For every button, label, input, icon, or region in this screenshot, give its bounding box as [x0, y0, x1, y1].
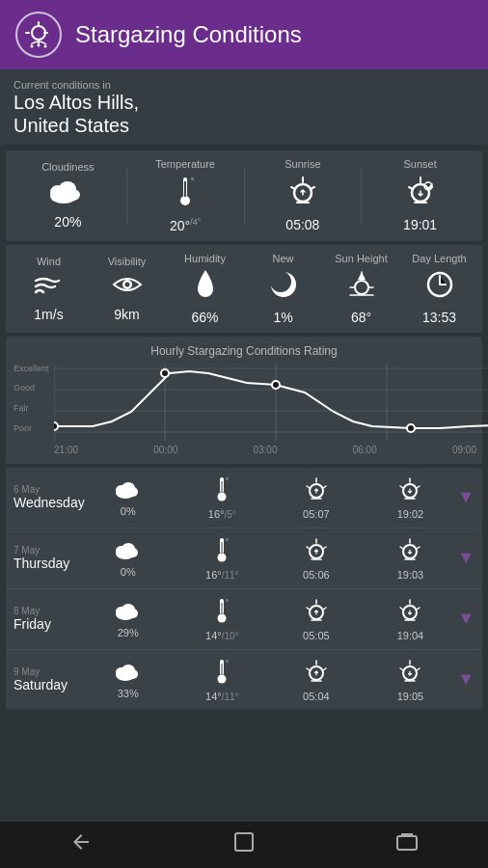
forecast-section: 6 May Wednesday 0% ° 16°/5° 05:07 19:02: [6, 468, 482, 710]
svg-point-50: [218, 553, 227, 561]
forecast-temp-0: ° 16°/5°: [176, 475, 270, 520]
forecast-cloud-3: 33%: [81, 661, 176, 699]
cloud-icon: [48, 176, 87, 210]
svg-text:°: °: [226, 538, 229, 545]
svg-point-9: [180, 196, 190, 205]
svg-point-60: [218, 613, 227, 622]
sunrise-icon: [285, 174, 320, 213]
chart-svg: [54, 364, 488, 441]
humidity-icon: [194, 268, 217, 306]
forecast-row-2[interactable]: 8 May Friday 29% ° 14°/10° 05:05 19:04: [6, 589, 482, 650]
y-label-good: Good: [14, 383, 49, 393]
x-label-0600: 06:00: [353, 445, 377, 455]
svg-point-2: [38, 44, 41, 47]
forecast-date-0: 6 May Wednesday: [14, 484, 81, 510]
daylength-icon: [424, 268, 455, 306]
svg-point-18: [270, 271, 291, 292]
svg-point-40: [218, 492, 227, 501]
svg-rect-76: [397, 836, 417, 850]
condition-sunset: Sunset 19:01: [362, 158, 478, 232]
forecast-sunrise-2: 05:05: [269, 597, 364, 641]
svg-point-7: [67, 189, 80, 201]
condition-humidity: Humidity 66%: [166, 253, 244, 325]
app-title: Stargazing Conditions: [75, 21, 302, 48]
svg-point-38: [128, 487, 138, 497]
svg-rect-71: [222, 664, 223, 675]
chart-title: Hourly Stargazing Conditions Rating: [12, 344, 476, 358]
forecast-temp-3: ° 14°/11°: [176, 658, 270, 702]
svg-text:°: °: [226, 660, 229, 666]
forecast-expand-1[interactable]: ▼: [457, 548, 474, 568]
nav-home-button[interactable]: [232, 830, 256, 859]
chart-area: Excellent Good Fair Poor: [12, 364, 476, 460]
sunheight-icon: [346, 268, 377, 306]
y-label-poor: Poor: [14, 423, 49, 433]
forecast-sunset-icon-3: [396, 658, 423, 689]
svg-rect-10: [184, 181, 186, 197]
chart-section: Hourly Stargazing Conditions Rating Exce…: [6, 337, 482, 464]
condition-sunheight: Sun Height 68°: [322, 253, 400, 325]
forecast-sunset-3: 19:05: [364, 658, 458, 702]
forecast-cloud-icon-2: [115, 600, 142, 625]
y-label-excellent: Excellent: [14, 364, 49, 373]
nav-back-button[interactable]: [69, 830, 93, 859]
stargazing-icon: [15, 12, 62, 58]
x-label-0000: 00:00: [153, 445, 177, 455]
nav-recents-button[interactable]: [395, 830, 419, 859]
forecast-cloud-icon-1: [115, 539, 142, 564]
thermometer-icon: °: [174, 174, 197, 213]
forecast-cloud-icon-3: [115, 661, 142, 686]
svg-point-68: [128, 669, 138, 679]
condition-cloudiness: Cloudiness 20%: [10, 161, 126, 230]
forecast-sunrise-icon-2: [303, 597, 330, 628]
condition-sunrise: Sunrise 05:08: [245, 158, 362, 232]
svg-point-70: [218, 674, 227, 683]
x-label-0900: 09:00: [452, 445, 476, 455]
forecast-expand-3[interactable]: ▼: [457, 669, 474, 690]
forecast-sunset-1: 19:03: [364, 536, 458, 581]
forecast-sunrise-0: 05:07: [269, 475, 364, 520]
forecast-row-0[interactable]: 6 May Wednesday 0% ° 16°/5° 05:07 19:02: [6, 468, 482, 529]
y-label-fair: Fair: [14, 403, 49, 413]
forecast-date-2: 8 May Friday: [14, 606, 81, 632]
wind-icon: [34, 271, 65, 303]
location-label: Current conditions in: [14, 79, 474, 91]
forecast-cloud-0: 0%: [81, 478, 176, 517]
forecast-sunrise-icon-0: [303, 475, 330, 506]
moon-icon: [269, 268, 298, 306]
forecast-sunset-icon-0: [396, 475, 423, 506]
forecast-temp-1: ° 16°/11°: [176, 536, 270, 581]
svg-point-58: [128, 609, 138, 618]
forecast-expand-2[interactable]: ▼: [457, 609, 474, 629]
svg-point-48: [128, 548, 138, 557]
forecast-row-3[interactable]: 9 May Saturday 33% ° 14°/11° 05:04 19:0: [6, 650, 482, 710]
forecast-date-3: 9 May Saturday: [14, 666, 81, 692]
svg-text:°: °: [191, 176, 194, 185]
svg-point-16: [124, 282, 129, 286]
forecast-sunset-icon-2: [396, 597, 423, 628]
svg-point-33: [407, 424, 415, 432]
sunset-icon: [403, 174, 438, 213]
forecast-sunrise-1: 05:06: [269, 536, 364, 581]
header: Stargazing Conditions: [0, 0, 488, 69]
forecast-thermo-icon-2: °: [213, 597, 230, 628]
forecast-thermo-icon-1: °: [213, 536, 230, 567]
svg-text:°: °: [226, 599, 229, 606]
condition-visibility: Visibility 9km: [88, 256, 166, 322]
svg-rect-51: [222, 542, 223, 554]
svg-point-32: [272, 381, 280, 389]
forecast-cloud-2: 29%: [81, 600, 176, 638]
forecast-sunset-2: 19:04: [364, 597, 458, 641]
forecast-sunset-0: 19:02: [364, 475, 458, 520]
svg-point-3: [44, 45, 47, 48]
svg-rect-75: [235, 833, 253, 851]
forecast-thermo-icon-0: °: [213, 475, 230, 506]
forecast-sunrise-icon-1: [303, 536, 330, 567]
forecast-expand-0[interactable]: ▼: [457, 487, 474, 507]
svg-rect-41: [222, 481, 223, 493]
forecast-temp-2: ° 14°/10°: [176, 597, 270, 641]
eye-icon: [110, 271, 145, 303]
forecast-row-1[interactable]: 7 May Thursday 0% ° 16°/11° 05:06 19:03: [6, 529, 482, 589]
conditions-row1: Cloudiness 20% Temperature °: [6, 150, 482, 241]
forecast-date-1: 7 May Thursday: [14, 545, 81, 571]
